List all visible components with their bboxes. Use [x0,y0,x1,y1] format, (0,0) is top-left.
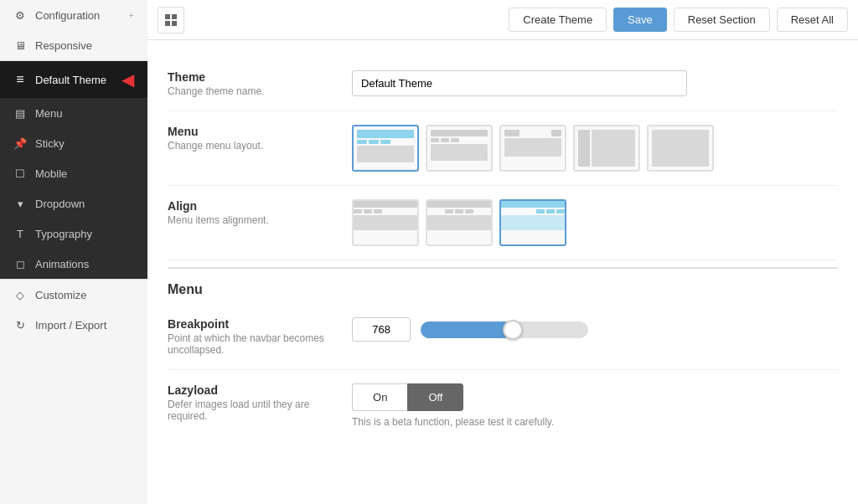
lazyload-off-button[interactable]: Off [407,383,463,411]
layout-options [352,125,838,172]
breakpoint-row: Breakpoint Point at which the navbar bec… [168,304,838,370]
lazyload-label-group: Lazyload Defer images load until they ar… [168,383,335,422]
sidebar-item-sticky[interactable]: 📌 Sticky [0,128,147,158]
sidebar-label-import-export: Import / Export [35,319,106,332]
svg-rect-3 [172,21,177,26]
svg-rect-2 [165,21,170,26]
sidebar-label-responsive: Responsive [35,39,92,52]
layout-option-1[interactable] [352,125,419,172]
main-content: Create Theme Save Reset Section Reset Al… [147,0,858,504]
dropdown-icon: ▾ [13,197,27,210]
mobile-icon: ☐ [13,167,27,180]
sidebar-item-default-theme[interactable]: ≡ Default Theme ◀ [0,61,147,98]
sidebar: ⚙ Configuration + 🖥 Responsive ≡ Default… [0,0,147,504]
align-row: Align Menu items alignment. [168,186,838,260]
sidebar-item-mobile[interactable]: ☐ Mobile [0,158,147,188]
reset-all-button[interactable]: Reset All [777,8,848,32]
breakpoint-input[interactable] [352,317,411,342]
lazyload-desc: Defer images load until they are require… [168,399,335,422]
menu-layout-title: Menu [168,125,335,138]
typography-icon: T [13,227,27,240]
arrow-icon: ◀ [121,69,134,90]
sidebar-label-configuration: Configuration [35,9,100,22]
reset-section-button[interactable]: Reset Section [674,8,770,32]
sidebar-item-menu[interactable]: ▤ Menu [0,98,147,128]
sidebar-item-animations[interactable]: ◻ Animations [0,249,147,279]
configuration-icon: ⚙ [13,8,27,22]
topbar: Create Theme Save Reset Section Reset Al… [147,0,858,40]
slider-container [352,317,838,342]
slider-fill [421,321,513,338]
customize-icon: ◇ [13,288,27,301]
breakpoint-label-group: Breakpoint Point at which the navbar bec… [168,317,335,356]
layout-option-4[interactable] [573,125,640,172]
breakpoint-title: Breakpoint [168,317,335,331]
theme-row: Theme Change theme name. [168,57,838,111]
menu-layout-desc: Change menu layout. [168,140,335,152]
align-option-3[interactable] [499,199,566,246]
align-title: Align [168,199,335,213]
theme-control [352,70,838,96]
sidebar-label-typography: Typography [35,228,92,240]
slider-track[interactable] [421,321,588,338]
sidebar-label-customize: Customize [35,289,86,301]
theme-input[interactable] [352,70,687,96]
content-area: Theme Change theme name. Menu Change men… [147,40,858,504]
responsive-icon: 🖥 [13,39,27,52]
sidebar-label-mobile: Mobile [35,167,67,180]
sidebar-item-import-export[interactable]: ↻ Import / Export [0,310,147,340]
menu-layout-control [352,125,838,172]
lazyload-title: Lazyload [168,383,335,397]
layout-option-5[interactable] [647,125,714,172]
align-option-2[interactable] [426,199,493,246]
align-control [352,199,838,246]
align-options [352,199,838,246]
sidebar-item-typography[interactable]: T Typography [0,219,147,249]
sidebar-item-customize[interactable]: ◇ Customize [0,280,147,310]
slider-thumb[interactable] [503,320,523,340]
theme-title: Theme [168,70,335,84]
menu-icon: ▤ [13,106,27,120]
menu-layout-label-group: Menu Change menu layout. [168,125,335,152]
align-option-1[interactable] [352,199,419,246]
lazyload-on-button[interactable]: On [352,383,407,411]
sidebar-label-animations: Animations [35,258,89,270]
grid-icon[interactable] [158,7,184,33]
layout-option-3[interactable] [499,125,566,172]
sidebar-item-configuration[interactable]: ⚙ Configuration + [0,0,147,30]
animations-icon: ◻ [13,257,27,270]
sidebar-label-default-theme: Default Theme [35,74,106,86]
sidebar-item-dropdown[interactable]: ▾ Dropdown [0,188,147,219]
svg-rect-0 [165,14,170,19]
menu-layout-row: Menu Change menu layout. [168,111,838,186]
lazyload-row: Lazyload Defer images load until they ar… [168,370,838,441]
theme-label-group: Theme Change theme name. [168,70,335,97]
sidebar-label-sticky: Sticky [35,137,65,150]
import-export-icon: ↻ [13,318,27,332]
sticky-icon: 📌 [13,136,27,150]
lazyload-control: On Off This is a beta function, please t… [352,383,838,428]
sidebar-item-responsive[interactable]: 🖥 Responsive [0,30,147,60]
align-desc: Menu items alignment. [168,214,335,226]
menu-section-heading: Menu [168,267,838,304]
save-button[interactable]: Save [613,8,667,32]
breakpoint-control [352,317,838,342]
sidebar-label-dropdown: Dropdown [35,198,85,210]
toggle-group: On Off [352,383,838,411]
svg-rect-1 [172,14,177,19]
beta-note: This is a beta function, please test it … [352,416,838,428]
layout-option-2[interactable] [426,125,493,172]
align-label-group: Align Menu items alignment. [168,199,335,226]
create-theme-button[interactable]: Create Theme [509,8,607,32]
sidebar-label-menu: Menu [35,107,63,120]
default-theme-icon: ≡ [13,73,27,86]
theme-desc: Change theme name. [168,85,335,97]
breakpoint-desc: Point at which the navbar becomes uncoll… [168,332,335,356]
